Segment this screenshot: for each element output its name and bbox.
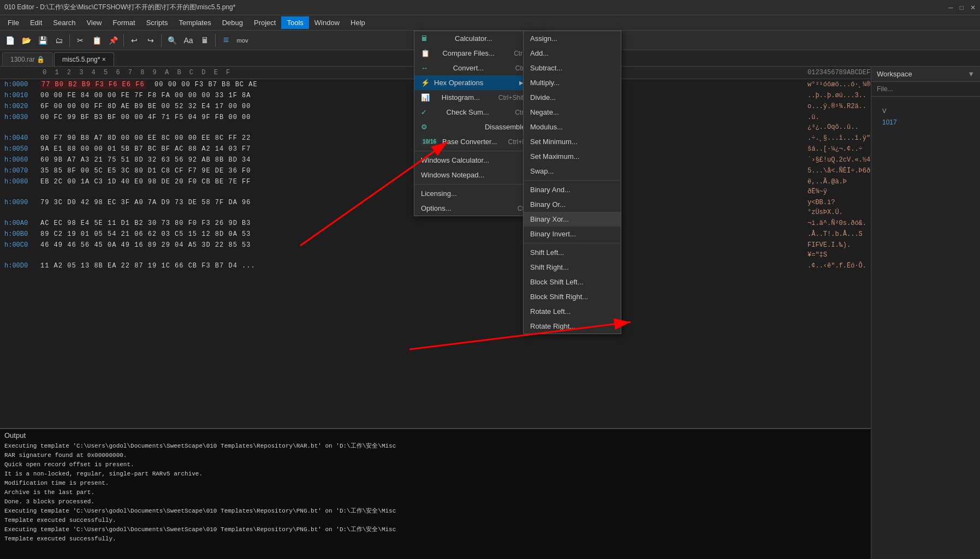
base-converter-icon: 10/16 [421, 138, 438, 145]
calculator-label: Calculator... [455, 34, 492, 43]
open-btn[interactable]: 📂 [19, 33, 34, 48]
search-btn[interactable]: 🔍 [164, 33, 180, 48]
menu-window[interactable]: Window [309, 16, 345, 29]
menu-view[interactable]: View [81, 16, 108, 29]
hex-addr: h:0030 [0, 112, 38, 132]
op-multiply[interactable]: Multiply... [524, 75, 621, 90]
compare-icon: 📋 [421, 49, 430, 57]
tab-rar-label: 1300.rar 🔒 [10, 56, 45, 63]
maximize-btn[interactable]: □ [960, 4, 964, 11]
op-assign[interactable]: Assign... [524, 31, 621, 46]
hex-ascii: .Â..T!.b.Å...S [805, 229, 871, 239]
op-modulus[interactable]: Modulus... [524, 120, 621, 134]
hex-bytes: 46 49 46 56 45 0A 49 16 89 29 04 A5 3D 2… [38, 240, 805, 260]
binary-invert-label: Binary Invert... [530, 230, 576, 238]
hex-ascii: `›§£!uQ.2cV.«.½4 [805, 155, 871, 165]
hex-addr: h:0080 [0, 177, 38, 197]
op-binary-xor[interactable]: Binary Xor... [524, 212, 621, 227]
compare-btn[interactable]: ≡ [218, 33, 234, 48]
hex-row: h:00B0 89 C2 19 01 05 54 21 06 62 03 C5 … [0, 229, 871, 240]
hex-addr: h:0000 [0, 80, 38, 90]
op-rotate-right[interactable]: Rotate Right... [524, 319, 621, 334]
op-add[interactable]: Add... [524, 46, 621, 61]
hex-addr: h:0040 [0, 133, 38, 143]
menu-file[interactable]: File [2, 16, 25, 29]
op-negate[interactable]: Negate... [524, 105, 621, 120]
menu-bar: File Edit Search View Format Scripts Tem… [0, 15, 980, 31]
hex-ascii: šá..[·¼¿¬.¢..÷ [805, 144, 871, 154]
menu-project[interactable]: Project [248, 16, 281, 29]
binary-xor-label: Binary Xor... [530, 215, 569, 223]
op-binary-and[interactable]: Binary And... [524, 182, 621, 197]
block-shift-left-label: Block Shift Left... [530, 278, 584, 286]
compare-label: Compare Files... [442, 49, 494, 57]
base-converter-label: Base Converter... [442, 138, 497, 146]
header-offset [0, 68, 38, 78]
op-shift-left[interactable]: Shift Left... [524, 245, 621, 260]
sep1 [69, 34, 70, 47]
menu-help[interactable]: Help [345, 16, 371, 29]
minimize-btn[interactable]: ─ [948, 4, 953, 11]
hex-addr: h:00C0 [0, 240, 38, 260]
divide-label: Divide... [530, 93, 556, 102]
options-label: Options... [421, 204, 452, 212]
op-set-min[interactable]: Set Minimum... [524, 134, 621, 149]
menu-search[interactable]: Search [47, 16, 81, 29]
paste-btn[interactable]: 📌 [105, 33, 121, 48]
hex-ascii: w°²¹óöæö...ó·¸¼® [805, 80, 871, 90]
right-panel-content: V 1017 [871, 97, 980, 137]
binary-and-label: Binary And... [530, 186, 571, 194]
op-block-shift-right[interactable]: Block Shift Right... [524, 289, 621, 304]
tab-png[interactable]: misc5.5.png* × [54, 52, 114, 66]
copy-btn[interactable]: 📋 [89, 33, 104, 48]
hex-ascii: .¢..‹ê".f.Ëó·Ô. [805, 261, 871, 271]
hex-addr: h:0090 [0, 198, 38, 217]
op-divide[interactable]: Divide... [524, 90, 621, 105]
convert-label: Convert... [453, 64, 484, 72]
hex-ascii: FIFVE.I.‰).¥="‡S [805, 240, 871, 260]
redo-btn[interactable]: ↪ [143, 33, 158, 48]
op-binary-or[interactable]: Binary Or... [524, 197, 621, 212]
op-swap[interactable]: Swap... [524, 164, 621, 179]
op-subtract[interactable]: Subtract... [524, 61, 621, 75]
save-btn[interactable]: 💾 [35, 33, 50, 48]
negate-label: Negate... [530, 108, 559, 116]
shift-right-label: Shift Right... [530, 263, 569, 271]
hex-addr: h:0020 [0, 102, 38, 111]
licensing-label: Licensing... [421, 189, 457, 198]
font-btn[interactable]: Aa [181, 33, 196, 48]
new-btn[interactable]: 📄 [2, 33, 17, 48]
op-shift-right[interactable]: Shift Right... [524, 260, 621, 275]
mov-btn[interactable]: mov [235, 33, 250, 48]
menu-tools[interactable]: Tools [281, 16, 308, 29]
hex-ascii: o...ÿ.®¹¾.R2ä.. [805, 102, 871, 111]
menu-scripts[interactable]: Scripts [141, 16, 174, 29]
op-binary-invert[interactable]: Binary Invert... [524, 227, 621, 241]
op-block-shift-left[interactable]: Block Shift Left... [524, 275, 621, 289]
shift-left-label: Shift Left... [530, 248, 564, 257]
undo-btn[interactable]: ↩ [127, 33, 142, 48]
hex-ascii: ¬ì.ä^.Ñ²0s.ðó&. [805, 218, 871, 228]
binary-or-label: Binary Or... [530, 200, 566, 209]
win-notepad-label: Windows Notepad... [421, 171, 484, 179]
op-set-max[interactable]: Set Maximum... [524, 149, 621, 164]
title-text: 010 Editor - D:\工作\安全\Misc\CTFSHOW\打不开的图… [4, 3, 235, 12]
tab-rar[interactable]: 1300.rar 🔒 [2, 52, 53, 66]
menu-debug[interactable]: Debug [217, 16, 248, 29]
panel-number: 1017 [882, 118, 969, 126]
menu-templates[interactable]: Templates [173, 16, 216, 29]
cut-btn[interactable]: ✂ [73, 33, 88, 48]
hex-ops-sep2 [524, 243, 621, 243]
menu-edit[interactable]: Edit [25, 16, 47, 29]
menu-format[interactable]: Format [108, 16, 141, 29]
op-rotate-left[interactable]: Rotate Left... [524, 304, 621, 319]
swap-label: Swap... [530, 167, 554, 175]
save-all-btn[interactable]: 🗂 [51, 33, 67, 48]
checksum-label: Check Sum... [447, 108, 489, 116]
hex-addr: h:0060 [0, 155, 38, 165]
close-btn[interactable]: ✕ [970, 4, 976, 11]
calc-btn[interactable]: 🖩 [197, 33, 212, 48]
hex-ops-submenu: Assign... Add... Subtract... Multiply...… [523, 31, 621, 334]
hex-addr: h:00A0 [0, 218, 38, 228]
hex-row: h:00A0 AC EC 98 E4 5E 11 D1 B2 30 73 80 … [0, 218, 871, 229]
